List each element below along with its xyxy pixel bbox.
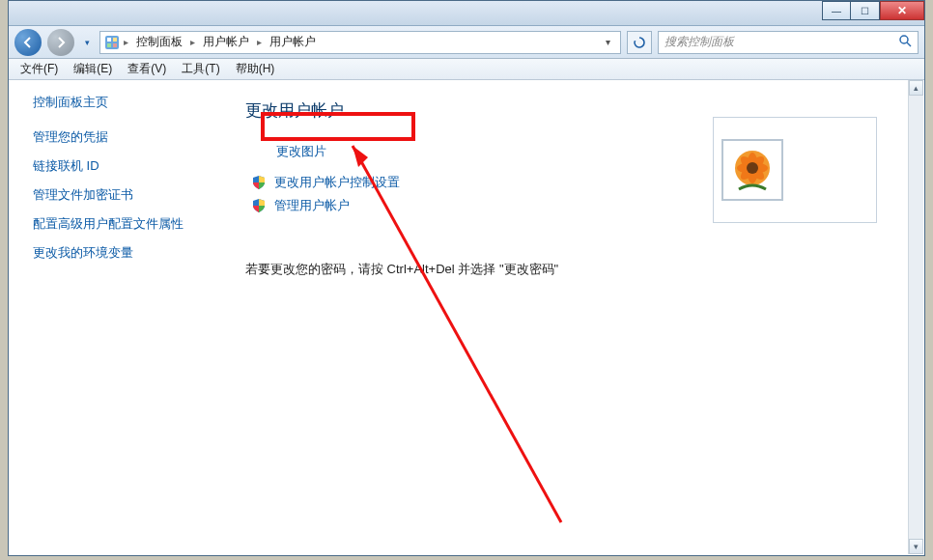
forward-button[interactable] <box>47 29 74 56</box>
menu-view[interactable]: 查看(V) <box>120 58 174 80</box>
breadcrumb-sep[interactable]: ▸ <box>122 37 130 47</box>
svg-rect-1 <box>107 38 111 42</box>
svg-rect-3 <box>107 43 111 47</box>
svg-rect-4 <box>113 43 117 47</box>
history-dropdown[interactable]: ▾ <box>80 29 94 56</box>
maximize-button[interactable]: ☐ <box>851 1 880 20</box>
search-icon[interactable] <box>898 34 912 50</box>
sidebar: 控制面板主页 管理您的凭据 链接联机 ID 管理文件加密证书 配置高级用户配置文… <box>10 80 226 554</box>
search-placeholder: 搜索控制面板 <box>664 34 734 50</box>
vertical-scrollbar[interactable]: ▴ ▾ <box>908 80 923 554</box>
titlebar[interactable]: — ☐ ✕ <box>9 1 924 26</box>
shield-icon <box>251 175 267 190</box>
sidebar-link-online-id[interactable]: 链接联机 ID <box>33 157 215 175</box>
sidebar-home-link[interactable]: 控制面板主页 <box>33 94 215 111</box>
address-dropdown[interactable]: ▾ <box>599 37 616 47</box>
breadcrumb-sep[interactable]: ▸ <box>188 37 197 47</box>
scroll-up-button[interactable]: ▴ <box>909 80 923 96</box>
shield-icon <box>251 198 267 213</box>
account-picture-card <box>713 117 877 223</box>
control-panel-icon <box>104 35 120 50</box>
search-input[interactable]: 搜索控制面板 <box>658 31 919 54</box>
svg-rect-2 <box>113 38 117 42</box>
address-bar[interactable]: ▸ 控制面板 ▸ 用户帐户 ▸ 用户帐户 ▾ <box>99 31 621 54</box>
svg-point-5 <box>900 36 908 43</box>
menu-help[interactable]: 帮助(H) <box>228 58 283 80</box>
scroll-down-button[interactable]: ▾ <box>909 539 923 554</box>
breadcrumb-sep[interactable]: ▸ <box>255 37 264 47</box>
main-pane: 更改用户帐户 更改图片 更改用户帐户控制设置 管理用户帐户 若要更改您的密码，请… <box>226 80 923 554</box>
minimize-button[interactable]: — <box>822 1 851 20</box>
menubar: 文件(F) 编辑(E) 查看(V) 工具(T) 帮助(H) <box>9 59 924 80</box>
manage-accounts-link[interactable]: 管理用户帐户 <box>274 197 350 214</box>
refresh-button[interactable] <box>627 31 652 54</box>
breadcrumb-item[interactable]: 用户帐户 <box>199 34 253 50</box>
uac-settings-link[interactable]: 更改用户帐户控制设置 <box>274 174 400 191</box>
window-controls: — ☐ ✕ <box>822 1 924 20</box>
flower-avatar-icon <box>725 143 779 197</box>
sidebar-link-adv-profile[interactable]: 配置高级用户配置文件属性 <box>33 215 215 233</box>
close-button[interactable]: ✕ <box>880 1 924 20</box>
menu-edit[interactable]: 编辑(E) <box>66 58 120 80</box>
content-area: 控制面板主页 管理您的凭据 链接联机 ID 管理文件加密证书 配置高级用户配置文… <box>10 80 923 554</box>
svg-point-13 <box>747 162 758 174</box>
control-panel-window: — ☐ ✕ ▾ ▸ 控制面板 ▸ 用户帐户 ▸ 用户帐户 ▾ <box>8 0 925 556</box>
sidebar-link-efs-cert[interactable]: 管理文件加密证书 <box>33 186 215 204</box>
breadcrumb-item[interactable]: 用户帐户 <box>266 34 320 50</box>
password-note: 若要更改您的密码，请按 Ctrl+Alt+Del 并选择 "更改密码" <box>245 261 904 278</box>
back-button[interactable] <box>14 29 42 56</box>
avatar-frame <box>721 139 783 201</box>
breadcrumb-item[interactable]: 控制面板 <box>132 34 186 50</box>
sidebar-link-env-vars[interactable]: 更改我的环境变量 <box>33 244 215 262</box>
svg-line-6 <box>907 42 911 46</box>
menu-file[interactable]: 文件(F) <box>13 58 66 80</box>
menu-tools[interactable]: 工具(T) <box>174 58 227 80</box>
sidebar-link-credentials[interactable]: 管理您的凭据 <box>33 128 215 146</box>
navigation-row: ▾ ▸ 控制面板 ▸ 用户帐户 ▸ 用户帐户 ▾ 搜索控制面板 <box>9 26 924 59</box>
